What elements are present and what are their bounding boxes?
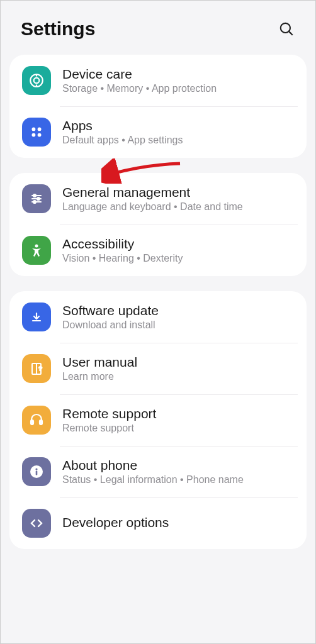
svg-point-12 — [37, 197, 40, 200]
svg-rect-18 — [31, 420, 33, 425]
svg-rect-19 — [40, 420, 42, 425]
header: Settings — [1, 1, 315, 55]
sliders-icon — [22, 184, 51, 213]
svg-point-6 — [31, 133, 35, 137]
item-subtitle: Status • Legal information • Phone name — [62, 474, 244, 486]
settings-group: Device care Storage • Memory • App prote… — [9, 55, 307, 158]
svg-line-1 — [289, 31, 293, 35]
accessibility-icon — [22, 236, 51, 265]
item-title: Software update — [62, 303, 159, 318]
settings-item-software-update[interactable]: Software update Download and install — [9, 291, 307, 343]
svg-point-4 — [31, 127, 35, 131]
search-icon — [278, 21, 295, 37]
item-subtitle: Remote support — [62, 423, 156, 434]
item-title: Apps — [62, 118, 183, 133]
settings-item-apps[interactable]: Apps Default apps • App settings — [9, 106, 307, 158]
developer-icon — [22, 509, 51, 538]
update-icon — [22, 303, 51, 331]
item-title: User manual — [62, 355, 137, 370]
svg-point-11 — [33, 194, 36, 197]
item-subtitle: Learn more — [62, 371, 137, 382]
svg-point-5 — [38, 127, 42, 131]
item-title: About phone — [62, 458, 244, 473]
item-title: Accessibility — [62, 236, 183, 252]
svg-text:?: ? — [39, 365, 43, 372]
item-title: Remote support — [62, 406, 156, 421]
settings-item-remote-support[interactable]: Remote support Remote support — [9, 394, 307, 446]
settings-item-general-management[interactable]: General management Language and keyboard… — [9, 173, 307, 225]
support-icon — [22, 406, 51, 435]
item-subtitle: Download and install — [62, 319, 159, 331]
item-title: Developer options — [62, 515, 169, 530]
item-subtitle: Language and keyboard • Date and time — [62, 201, 243, 213]
settings-item-accessibility[interactable]: Accessibility Vision • Hearing • Dexteri… — [9, 225, 307, 276]
svg-point-14 — [35, 245, 38, 248]
apps-icon — [22, 118, 51, 147]
page-title: Settings — [21, 18, 95, 40]
settings-item-user-manual[interactable]: ? User manual Learn more — [9, 343, 307, 394]
item-title: General management — [62, 185, 243, 200]
settings-item-about-phone[interactable]: About phone Status • Legal information •… — [9, 446, 307, 497]
settings-group: Software update Download and install ? U… — [9, 291, 307, 549]
svg-point-3 — [34, 78, 40, 84]
item-subtitle: Storage • Memory • App protection — [62, 83, 217, 94]
item-subtitle: Default apps • App settings — [62, 135, 183, 146]
manual-icon: ? — [22, 354, 51, 383]
svg-point-0 — [281, 23, 290, 33]
svg-point-13 — [33, 201, 36, 203]
settings-group: General management Language and keyboard… — [9, 173, 307, 276]
svg-point-7 — [38, 133, 42, 137]
item-title: Device care — [62, 67, 217, 82]
settings-item-device-care[interactable]: Device care Storage • Memory • App prote… — [9, 55, 307, 106]
svg-rect-23 — [36, 471, 38, 475]
search-button[interactable] — [278, 20, 295, 38]
settings-item-developer-options[interactable]: Developer options — [9, 497, 307, 549]
item-subtitle: Vision • Hearing • Dexterity — [62, 253, 183, 264]
about-icon — [22, 457, 51, 486]
device-care-icon — [22, 66, 51, 95]
svg-point-22 — [35, 468, 37, 470]
